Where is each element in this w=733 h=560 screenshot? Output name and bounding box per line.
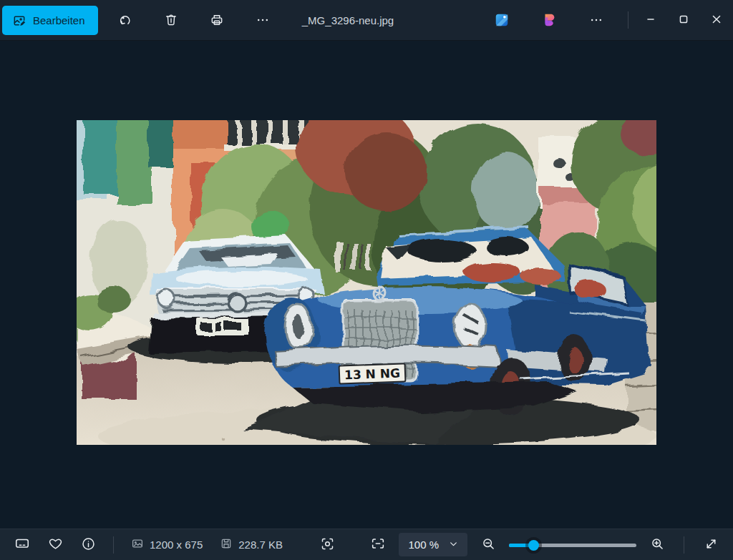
- zoom-level-dropdown[interactable]: 100 %: [399, 533, 467, 556]
- app-shortcuts: [486, 6, 612, 34]
- fit-screen-icon: [370, 536, 386, 554]
- zoom-out-icon: [481, 536, 496, 554]
- photos-app-button[interactable]: [486, 6, 518, 34]
- delete-button[interactable]: [155, 6, 187, 34]
- close-button[interactable]: [700, 0, 733, 40]
- fit-screen-button[interactable]: [364, 532, 392, 558]
- more-icon: [256, 13, 270, 27]
- fullscreen-icon: [704, 536, 719, 554]
- zoom-slider-thumb[interactable]: [528, 540, 539, 551]
- viewer-canvas: 13 N NG: [0, 41, 733, 529]
- statusbar-left-group: 1200 x 675 228.7 KB: [9, 532, 341, 558]
- edit-button[interactable]: Bearbeiten: [2, 6, 98, 35]
- statusbar-right-divider: [684, 536, 684, 554]
- statusbar-divider: [113, 536, 114, 554]
- filesize-value: 228.7 KB: [238, 539, 283, 551]
- titlebar: Bearbeiten: [0, 0, 733, 41]
- fullscreen-button[interactable]: [697, 532, 724, 558]
- license-plate: 13 N NG: [339, 363, 406, 383]
- zoom-in-button[interactable]: [644, 532, 671, 558]
- filesize-icon: [220, 537, 233, 552]
- dimensions-icon: [131, 537, 144, 552]
- license-plate-text: 13 N NG: [344, 366, 401, 383]
- favorite-icon: [48, 536, 63, 554]
- filename-title: _MG_3296-neu.jpg: [302, 14, 394, 26]
- edit-button-label: Bearbeiten: [33, 14, 85, 26]
- info-icon: [81, 536, 96, 554]
- filmstrip-icon: [14, 536, 30, 554]
- more-icon: [589, 13, 603, 27]
- watercolor-painting: 13 N NG: [77, 120, 656, 445]
- photos-app-window: Bearbeiten: [0, 0, 733, 560]
- filmstrip-button[interactable]: [9, 532, 36, 558]
- visual-search-button[interactable]: [314, 532, 341, 558]
- designer-icon: [541, 12, 557, 28]
- maximize-button[interactable]: [667, 0, 700, 40]
- zoom-in-icon: [650, 536, 665, 554]
- minimize-button[interactable]: [634, 0, 667, 40]
- designer-app-button[interactable]: [533, 6, 565, 34]
- dimensions-info: 1200 x 675: [131, 537, 203, 552]
- photos-app-icon: [494, 12, 510, 28]
- statusbar-right-group: 100 %: [364, 532, 724, 558]
- titlebar-divider: [628, 11, 628, 29]
- favorite-button[interactable]: [42, 532, 69, 558]
- edit-icon: [12, 14, 26, 28]
- filesize-info: 228.7 KB: [220, 537, 283, 552]
- zoom-level-value: 100 %: [408, 539, 439, 551]
- photo-image[interactable]: 13 N NG: [77, 120, 656, 445]
- toolbar-left-group: [110, 6, 278, 34]
- delete-icon: [164, 13, 178, 27]
- titlebar-right-group: [486, 0, 733, 40]
- zoom-out-button[interactable]: [475, 532, 502, 558]
- print-icon: [210, 13, 224, 27]
- visual-search-icon: [320, 536, 335, 554]
- rotate-icon: [117, 13, 132, 28]
- rotate-button[interactable]: [110, 6, 141, 34]
- more-titlebar-button[interactable]: [581, 6, 612, 34]
- print-button[interactable]: [201, 6, 233, 34]
- maximize-icon: [676, 11, 691, 29]
- zoom-slider[interactable]: [509, 538, 636, 552]
- more-options-button[interactable]: [247, 6, 278, 34]
- statusbar: 1200 x 675 228.7 KB: [0, 529, 733, 560]
- close-icon: [709, 11, 724, 29]
- chevron-down-icon: [449, 539, 458, 551]
- minimize-icon: [643, 11, 659, 29]
- dimensions-value: 1200 x 675: [150, 539, 203, 551]
- info-button[interactable]: [74, 532, 102, 558]
